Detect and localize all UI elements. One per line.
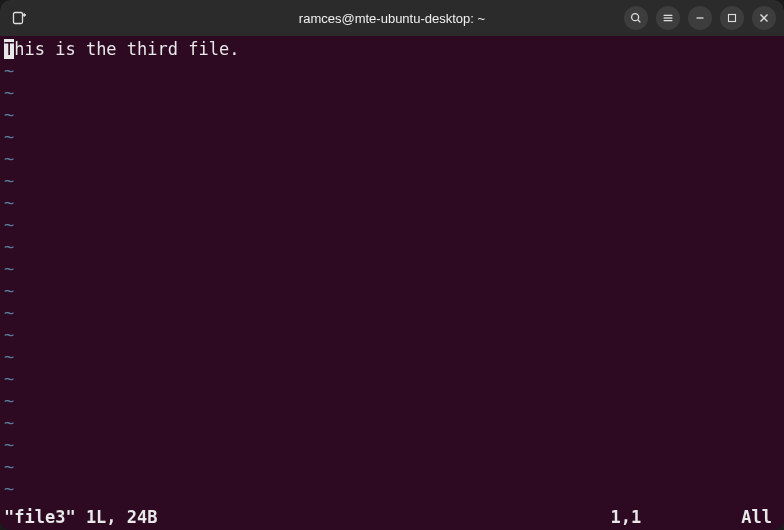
empty-line-tilde: ~ [4, 126, 780, 148]
terminal-area[interactable]: This is the third file. ~~~~~~~~~~~~~~~~… [0, 36, 784, 530]
empty-line-tilde: ~ [4, 434, 780, 456]
empty-line-tilde: ~ [4, 82, 780, 104]
new-tab-button[interactable] [8, 7, 30, 29]
status-line: "file3" 1L, 24B 1,1 All [4, 506, 780, 528]
empty-line-tilde: ~ [4, 104, 780, 126]
empty-line-tilde: ~ [4, 390, 780, 412]
maximize-button[interactable] [720, 6, 744, 30]
svg-line-4 [638, 20, 641, 23]
empty-line-tilde: ~ [4, 412, 780, 434]
minimize-button[interactable] [688, 6, 712, 30]
empty-line-tilde: ~ [4, 60, 780, 82]
scroll-percent: All [741, 506, 780, 528]
titlebar-right [624, 6, 776, 30]
window-title: ramces@mte-ubuntu-desktop: ~ [299, 11, 485, 26]
empty-line-tilde: ~ [4, 280, 780, 302]
titlebar: ramces@mte-ubuntu-desktop: ~ [0, 0, 784, 36]
svg-rect-9 [729, 15, 736, 22]
search-button[interactable] [624, 6, 648, 30]
close-button[interactable] [752, 6, 776, 30]
titlebar-left [8, 7, 158, 29]
empty-line-tilde: ~ [4, 170, 780, 192]
empty-line-tilde: ~ [4, 148, 780, 170]
menu-button[interactable] [656, 6, 680, 30]
empty-line-tilde: ~ [4, 214, 780, 236]
empty-line-tilde: ~ [4, 192, 780, 214]
cursor: T [4, 39, 14, 59]
empty-line-tilde: ~ [4, 368, 780, 390]
file-info: "file3" 1L, 24B [4, 506, 158, 528]
empty-line-tilde: ~ [4, 478, 780, 500]
empty-line-tilde: ~ [4, 258, 780, 280]
empty-line-tilde: ~ [4, 302, 780, 324]
empty-line-tilde: ~ [4, 456, 780, 478]
line-text: his is the third file. [14, 39, 239, 59]
empty-line-tilde: ~ [4, 324, 780, 346]
empty-lines: ~~~~~~~~~~~~~~~~~~~~ [4, 60, 780, 500]
empty-line-tilde: ~ [4, 346, 780, 368]
svg-rect-0 [14, 13, 23, 24]
empty-line-tilde: ~ [4, 236, 780, 258]
cursor-position: 1,1 [611, 506, 742, 528]
editor-line-1: This is the third file. [4, 38, 780, 60]
svg-point-3 [632, 14, 639, 21]
